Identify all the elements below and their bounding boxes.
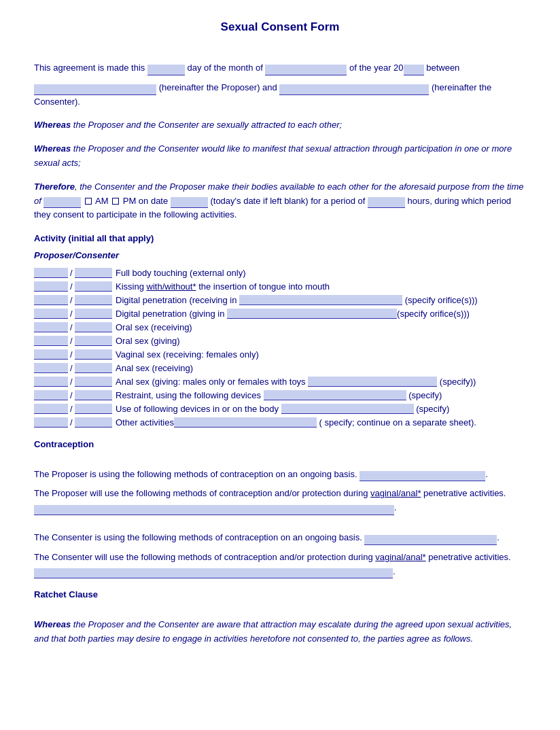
proposer-initial-9[interactable] — [34, 377, 68, 387]
am-checkbox[interactable] — [85, 198, 92, 205]
whereas2-text: Whereas the Proposer and the Consenter w… — [34, 142, 526, 171]
activity-row: / Oral sex (receiving) — [34, 321, 526, 333]
proposer-initial-6[interactable] — [34, 336, 68, 346]
consenter-initial-6[interactable] — [75, 336, 112, 346]
orifice-field-2[interactable] — [227, 309, 397, 319]
activity-text-8: Anal sex (receiving) — [116, 363, 526, 373]
activity-header: Activity (initial all that apply) — [34, 232, 526, 246]
intro-line2: (hereinafter the Proposer) and (hereinaf… — [34, 81, 526, 109]
consenter-ongoing-field[interactable] — [364, 535, 497, 545]
initials-block: / — [34, 377, 116, 387]
contraception-p2: The Proposer will use the following meth… — [34, 487, 526, 515]
proposer-initial-4[interactable] — [34, 309, 68, 319]
anal-specify-field[interactable] — [308, 377, 437, 387]
consenter-initial-9[interactable] — [75, 377, 112, 387]
proposer-initial-10[interactable] — [34, 390, 68, 400]
month-field[interactable] — [265, 65, 347, 75]
proposer-ongoing-field[interactable] — [360, 471, 485, 481]
consenter-protection-field[interactable] — [34, 568, 393, 578]
consenter-initial-2[interactable] — [75, 281, 112, 292]
year-field[interactable] — [404, 65, 424, 75]
activity-section: Activity (initial all that apply) Propos… — [34, 232, 526, 428]
consenter-name-field[interactable] — [279, 84, 429, 95]
activity-text-1: Full body touching (external only) — [116, 268, 526, 278]
activity-row: / Restraint, using the following devices… — [34, 389, 526, 401]
activity-text-9: Anal sex (giving: males only or females … — [116, 377, 526, 387]
proposer-name-field[interactable] — [34, 84, 156, 95]
consenter-initial-12[interactable] — [75, 417, 112, 428]
contraception-section: Contraception The Proposer is using the … — [34, 438, 526, 579]
consenter-initial-10[interactable] — [75, 390, 112, 400]
intro-line1: This agreement is made this day of the m… — [34, 61, 526, 75]
proposer-consenter-label: Proposer/Consenter — [34, 249, 526, 263]
initials-block: / — [34, 309, 116, 319]
intro-day-label: day of the month of — [188, 63, 266, 73]
initials-block: / — [34, 390, 116, 400]
day-field[interactable] — [147, 65, 185, 75]
consenter-initial-8[interactable] — [75, 363, 112, 373]
orifice-field-1[interactable] — [239, 295, 402, 305]
intro-section: This agreement is made this day of the m… — [34, 61, 526, 109]
consenter-initial-7[interactable] — [75, 349, 112, 360]
proposer-initial-12[interactable] — [34, 417, 68, 428]
therefore-section: Therefore, the Consenter and the Propose… — [34, 180, 526, 222]
whereas1-text: Whereas the Proposer and the Consenter a… — [34, 118, 526, 133]
proposer-initial-3[interactable] — [34, 295, 68, 305]
activity-row: / Other activities ( specify; continue o… — [34, 417, 526, 428]
whereas2-section: Whereas the Proposer and the Consenter w… — [34, 142, 526, 171]
activity-text-4: Digital penetration (giving in (specify … — [116, 309, 526, 319]
ratchet-header: Ratchet Clause — [34, 588, 526, 602]
consenter-initial-5[interactable] — [75, 322, 112, 332]
ratchet-text: Whereas the Proposer and the Consenter a… — [34, 618, 526, 646]
activity-row: / Digital penetration (giving in (specif… — [34, 308, 526, 319]
intro-pre: This agreement is made this — [34, 63, 145, 73]
proposer-initial-8[interactable] — [34, 363, 68, 373]
consenter-initial-11[interactable] — [75, 404, 112, 414]
proposer-label: (hereinafter the Proposer) and — [159, 82, 280, 92]
devices-field[interactable] — [281, 404, 414, 414]
initials-block: / — [34, 322, 116, 332]
activity-row: / Kissing with/without* the insertion of… — [34, 281, 526, 292]
other-activities-field[interactable] — [174, 417, 317, 428]
activity-row: / Anal sex (receiving) — [34, 362, 526, 374]
activity-text-5: Oral sex (receiving) — [116, 322, 526, 332]
contraception-p1: The Proposer is using the following meth… — [34, 468, 526, 482]
consenter-initial-3[interactable] — [75, 295, 112, 305]
contraception-header: Contraception — [34, 438, 526, 452]
consenter-initial-1[interactable] — [75, 268, 112, 278]
activity-row: / Anal sex (giving: males only or female… — [34, 376, 526, 387]
activity-text-3: Digital penetration (receiving in (speci… — [116, 295, 526, 305]
restraint-field[interactable] — [264, 390, 406, 400]
initials-block: / — [34, 417, 116, 428]
proposer-initial-5[interactable] — [34, 322, 68, 332]
proposer-protection-field[interactable] — [34, 505, 394, 515]
pm-checkbox[interactable] — [112, 198, 119, 205]
ratchet-section: Ratchet Clause Whereas the Proposer and … — [34, 588, 526, 646]
consenter-initial-4[interactable] — [75, 309, 112, 319]
period-field[interactable] — [368, 197, 405, 208]
intro-between: between — [426, 63, 459, 73]
time-field[interactable] — [43, 197, 81, 208]
initials-block: / — [34, 295, 116, 305]
activity-text-7: Vaginal sex (receiving: females only) — [116, 349, 526, 360]
activity-text-10: Restraint, using the following devices (… — [116, 390, 526, 400]
proposer-initial-2[interactable] — [34, 281, 68, 292]
proposer-initial-1[interactable] — [34, 268, 68, 278]
initials-block: / — [34, 349, 116, 360]
initials-block: / — [34, 363, 116, 373]
initials-block: / — [34, 268, 116, 278]
activity-text-6: Oral sex (giving) — [116, 336, 526, 346]
whereas1-section: Whereas the Proposer and the Consenter a… — [34, 118, 526, 133]
date-field[interactable] — [171, 197, 208, 208]
proposer-initial-7[interactable] — [34, 349, 68, 360]
activity-row: / Oral sex (giving) — [34, 335, 526, 347]
proposer-initial-11[interactable] — [34, 404, 68, 414]
activity-text-2: Kissing with/without* the insertion of t… — [116, 281, 526, 292]
activity-row: / Full body touching (external only) — [34, 267, 526, 279]
therefore-text: Therefore, the Consenter and the Propose… — [34, 180, 526, 222]
activity-text-11: Use of following devices in or on the bo… — [116, 404, 526, 414]
initials-block: / — [34, 404, 116, 414]
contraception-p4: The Consenter will use the following met… — [34, 551, 526, 579]
initials-block: / — [34, 281, 116, 292]
initials-block: / — [34, 336, 116, 346]
